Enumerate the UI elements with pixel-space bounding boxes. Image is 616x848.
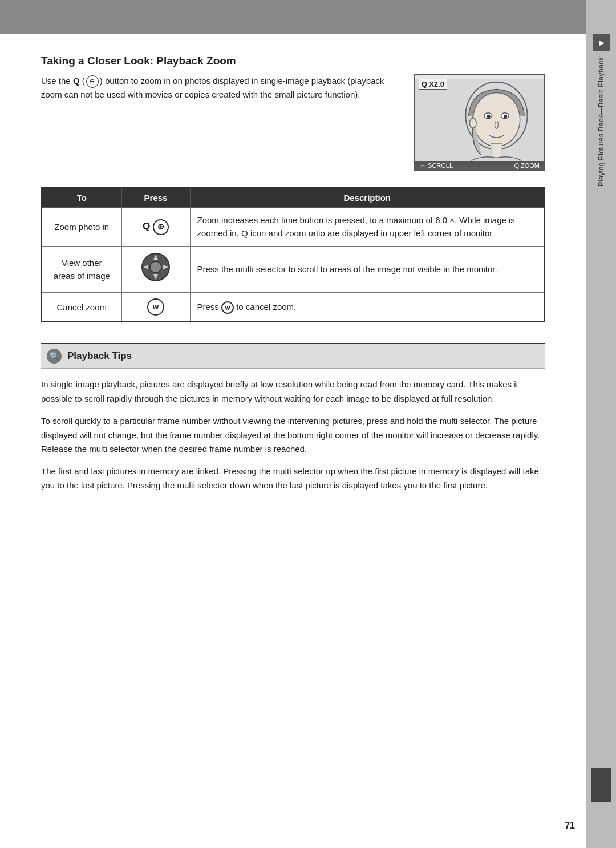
svg-point-2 (473, 92, 520, 146)
row3-to: Cancel zoom (42, 293, 121, 322)
tips-paragraph-1: In single-image playback, pictures are d… (41, 378, 545, 406)
preview-bottom-bar: ↔ SCROLL Q ZOOM (415, 161, 544, 170)
sidebar-label: Playing Pictures Back—Basic Playback (594, 57, 609, 187)
top-bar (0, 0, 616, 34)
row3-desc: Press w to cancel zoom. (190, 293, 545, 322)
svg-point-6 (504, 115, 507, 118)
tips-title: Playback Tips (67, 350, 132, 362)
svg-point-10 (150, 261, 161, 273)
tips-section: 🔍 Playback Tips In single-image playback… (41, 343, 545, 492)
camera-preview-inner: Q X2.0 (415, 75, 544, 170)
row1-to: Zoom photo in (42, 208, 121, 247)
zoom-label: Q X2.0 (419, 79, 447, 90)
table-row: Zoom photo in Q ⊕ Zoom increases each ti… (42, 208, 545, 247)
table-row: Cancel zoom w Press w to cancel zoom. (42, 293, 545, 322)
sidebar-dark-block (591, 768, 611, 802)
zoom-table: To Press Description Zoom photo in Q ⊕ Z… (41, 187, 545, 322)
svg-point-8 (469, 118, 476, 128)
q-circle-icon: Q ⊕ (143, 221, 169, 232)
q-arrow-icon: ⊕ (153, 219, 169, 235)
svg-point-5 (487, 115, 491, 118)
section-title: Taking a Closer Look: Playback Zoom (41, 55, 545, 67)
zoom-value: X2.0 (429, 80, 444, 88)
row1-press: Q ⊕ (121, 208, 190, 247)
w-inline-icon: w (221, 301, 234, 314)
w-cancel-icon: w (147, 298, 164, 316)
tips-paragraph-3: The first and last pictures in memory ar… (41, 465, 545, 493)
th-description: Description (190, 188, 545, 208)
zoom-bottom-label: Q ZOOM (514, 162, 540, 169)
row2-desc: Press the multi selector to scroll to ar… (190, 246, 545, 293)
main-content: Taking a Closer Look: Playback Zoom Use … (0, 34, 586, 522)
row3-press: w (121, 293, 190, 322)
tips-header: 🔍 Playback Tips (41, 343, 545, 369)
intro-row: Use the Q (⊕) button to zoom in on photo… (41, 74, 545, 171)
multi-selector-icon (141, 252, 171, 282)
row2-press (121, 246, 190, 293)
right-sidebar: ▶ Playing Pictures Back—Basic Playback (586, 0, 616, 848)
tips-paragraph-2: To scroll quickly to a particular frame … (41, 414, 545, 457)
row1-desc: Zoom increases each time button is press… (190, 208, 545, 247)
camera-preview: Q X2.0 (414, 74, 545, 171)
zoom-label-text: Q (422, 80, 427, 88)
th-press: Press (121, 188, 190, 208)
th-to: To (42, 188, 121, 208)
svg-rect-7 (491, 144, 502, 158)
table-row: View other areas of image (42, 246, 545, 293)
sidebar-play-icon: ▶ (593, 34, 610, 51)
table-header-row: To Press Description (42, 188, 545, 208)
intro-text: Use the Q (⊕) button to zoom in on photo… (41, 74, 400, 102)
tips-icon: 🔍 (47, 349, 62, 364)
scroll-label: ↔ SCROLL (420, 162, 453, 169)
row2-to: View other areas of image (42, 246, 121, 293)
page-number: 71 (565, 821, 575, 831)
q-icon-inline: ⊕ (86, 75, 99, 88)
